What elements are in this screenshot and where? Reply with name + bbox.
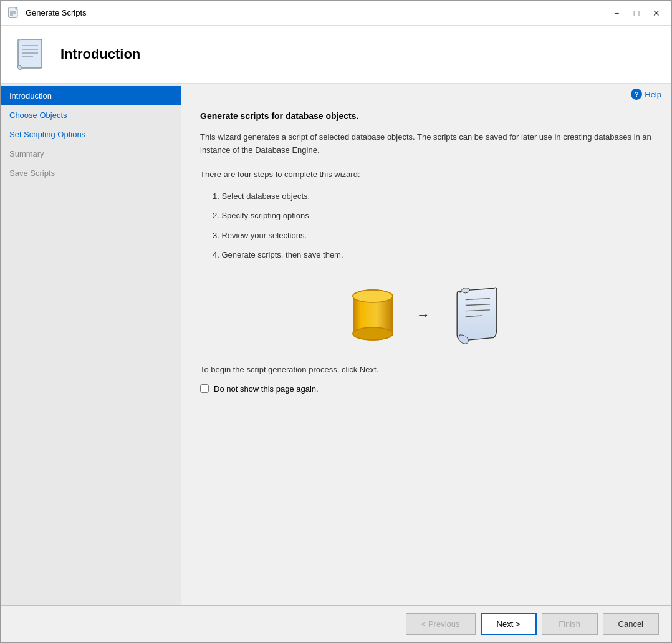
content-top-bar: ? Help bbox=[181, 84, 671, 105]
help-icon: ? bbox=[631, 89, 642, 100]
scroll-icon bbox=[449, 284, 505, 346]
minimize-button[interactable]: − bbox=[608, 6, 625, 21]
header-title: Introduction bbox=[60, 46, 140, 62]
header-section: Introduction bbox=[1, 26, 671, 84]
finish-button[interactable]: Finish bbox=[542, 613, 598, 635]
header-icon bbox=[13, 36, 50, 73]
sidebar-item-summary: Summary bbox=[1, 144, 181, 163]
next-button[interactable]: Next > bbox=[481, 613, 537, 635]
step-3: 3. Review your selections. bbox=[200, 226, 653, 246]
sidebar-item-introduction[interactable]: Introduction bbox=[1, 86, 181, 105]
checkbox-row: Do not show this page again. bbox=[200, 384, 653, 394]
title-bar-left: Generate Scripts bbox=[7, 6, 87, 20]
do-not-show-checkbox[interactable] bbox=[200, 384, 209, 393]
svg-point-16 bbox=[353, 290, 393, 302]
footer-bar: < Previous Next > Finish Cancel bbox=[1, 605, 671, 642]
app-icon bbox=[7, 6, 21, 20]
cancel-button[interactable]: Cancel bbox=[603, 613, 659, 635]
sidebar-item-choose-objects[interactable]: Choose Objects bbox=[1, 105, 181, 125]
title-bar: Generate Scripts − □ ✕ bbox=[1, 1, 671, 26]
step-1: 1. Select database objects. bbox=[200, 186, 653, 206]
sidebar-item-set-scripting-options[interactable]: Set Scripting Options bbox=[1, 125, 181, 144]
svg-point-15 bbox=[353, 327, 393, 340]
maximize-button[interactable]: □ bbox=[628, 6, 645, 21]
main-content: Introduction Choose Objects Set Scriptin… bbox=[1, 84, 671, 605]
steps-list: 1. Select database objects. 2. Specify s… bbox=[200, 186, 653, 265]
checkbox-label[interactable]: Do not show this page again. bbox=[214, 384, 319, 394]
content-area: ? Help Generate scripts for database obj… bbox=[181, 84, 671, 605]
database-icon bbox=[348, 284, 398, 346]
svg-rect-4 bbox=[18, 39, 42, 68]
close-button[interactable]: ✕ bbox=[648, 6, 665, 21]
step-2: 2. Specify scripting options. bbox=[200, 206, 653, 226]
previous-button[interactable]: < Previous bbox=[406, 613, 476, 635]
title-bar-buttons: − □ ✕ bbox=[608, 6, 665, 21]
main-window: Generate Scripts − □ ✕ Introduction bbox=[0, 0, 672, 643]
intro-heading: Generate scripts for database objects. bbox=[200, 111, 653, 121]
sidebar-item-save-scripts: Save Scripts bbox=[1, 163, 181, 183]
help-link[interactable]: ? Help bbox=[631, 89, 661, 100]
steps-heading: There are four steps to complete this wi… bbox=[200, 170, 653, 179]
illustration: → bbox=[200, 284, 653, 346]
arrow: → bbox=[416, 307, 430, 323]
content-body: Generate scripts for database objects. T… bbox=[181, 105, 671, 605]
sidebar: Introduction Choose Objects Set Scriptin… bbox=[1, 84, 181, 605]
bottom-note: To begin the script generation process, … bbox=[200, 365, 653, 374]
window-title: Generate Scripts bbox=[26, 8, 87, 17]
step-4: 4. Generate scripts, then save them. bbox=[200, 245, 653, 265]
intro-description: This wizard generates a script of select… bbox=[200, 131, 653, 157]
